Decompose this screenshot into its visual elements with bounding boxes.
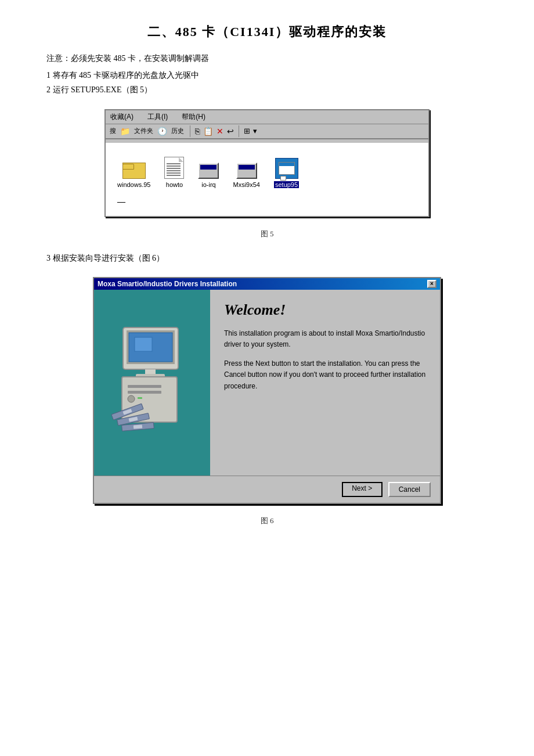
icon-windows95-label: windows.95 (117, 181, 150, 188)
mxsi-window-graphic (236, 163, 257, 179)
step1-text: 1 将存有 485 卡驱动程序的光盘放入光驱中 (46, 68, 488, 82)
svg-rect-10 (138, 397, 142, 399)
doc-corner (179, 157, 183, 162)
moxa-body: Welcome! This installation program is ab… (94, 290, 440, 476)
icon-io-irq[interactable]: io-irq (198, 163, 219, 188)
icon-io-irq-label: io-irq (201, 181, 215, 188)
doc-line2 (167, 165, 181, 167)
computer-illustration (106, 319, 199, 447)
step3-text: 3 根据安装向导进行安装（图 6） (46, 251, 488, 265)
icon-windows95[interactable]: windows.95 (117, 160, 150, 188)
svg-rect-7 (128, 385, 161, 388)
cancel-button[interactable]: Cancel (388, 482, 431, 497)
toolbar-view-icon[interactable]: ⊞ (244, 127, 250, 135)
statusbar-area: — (117, 197, 417, 207)
svg-point-9 (128, 395, 135, 402)
toolbar-history-icon: 🕐 (157, 127, 167, 136)
icon-mxsi-label: Mxsi9x54 (233, 181, 259, 188)
toolbar-undo-icon[interactable]: ↩ (227, 127, 234, 136)
page-title: 二、485 卡（CI134I）驱动程序的安装 (46, 23, 488, 41)
moxa-left-panel (94, 290, 210, 476)
toolbar-paste-icon[interactable]: 📋 (203, 127, 213, 136)
menu-favorites[interactable]: 收藏(A) (108, 111, 136, 123)
doc-line5 (167, 172, 181, 174)
setup-graphic (275, 158, 298, 179)
io-titlebar (200, 165, 217, 170)
setup-bar (279, 163, 294, 166)
doc-graphic (164, 157, 184, 179)
folder-graphic (122, 160, 146, 179)
explorer-toolbar: 搜 📁 文件夹 🕐 历史 ⎘ 📋 ✕ ↩ ⊞ ▾ (106, 124, 428, 139)
next-button[interactable]: Next > (342, 482, 383, 497)
mxsi-titlebar (239, 165, 255, 170)
toolbar-delete-icon[interactable]: ✕ (217, 127, 223, 136)
toolbar-history-label[interactable]: 历史 (169, 126, 186, 136)
explorer-content: windows.95 howto (106, 143, 428, 216)
moxa-footer: Next > Cancel (94, 476, 440, 503)
icon-setup95[interactable]: setup95 (274, 158, 299, 188)
toolbar-folder-icon: 📁 (120, 127, 130, 136)
svg-rect-3 (135, 337, 152, 351)
doc-lines (167, 163, 181, 176)
step2-text: 2 运行 SETUP95.EXE（图 5） (46, 82, 488, 97)
doc-line3 (167, 168, 181, 169)
welcome-body-text2: Press the Next button to start the insta… (224, 358, 426, 392)
menu-help[interactable]: 帮助(H) (179, 111, 208, 123)
toolbar-search[interactable]: 搜 (108, 126, 118, 136)
io-window-graphic (198, 163, 219, 179)
icon-howto[interactable]: howto (164, 157, 184, 188)
toolbar-copy-icon[interactable]: ⎘ (195, 127, 200, 136)
moxa-close-button[interactable]: × (427, 280, 436, 288)
doc-line4 (167, 170, 181, 171)
doc-line1 (167, 163, 181, 164)
icon-mxsi[interactable]: Mxsi9x54 (233, 163, 259, 188)
explorer-menubar: 收藏(A) 工具(I) 帮助(H) (106, 110, 428, 124)
toolbar-view-dropdown[interactable]: ▾ (253, 127, 257, 135)
moxa-title: Moxa Smartio/Industio Drivers Installati… (98, 280, 237, 288)
toolbar-separator2 (239, 125, 239, 137)
welcome-body-text1: This installation program is about to in… (224, 328, 426, 350)
menu-tools[interactable]: 工具(I) (145, 111, 170, 123)
moxa-right-panel: Welcome! This installation program is ab… (210, 290, 440, 476)
doc-line6 (167, 175, 181, 176)
toolbar-folder-label[interactable]: 文件夹 (132, 126, 155, 136)
moxa-titlebar: Moxa Smartio/Industio Drivers Installati… (94, 278, 440, 290)
figure5-caption: 图 5 (46, 229, 488, 239)
setup-paper (280, 176, 286, 181)
icon-setup95-label: setup95 (274, 181, 299, 188)
moxa-dialog: Moxa Smartio/Industio Drivers Installati… (93, 277, 441, 504)
icon-howto-label: howto (166, 181, 183, 188)
svg-rect-8 (128, 391, 161, 394)
note-text: 注意：必须先安装 485 卡，在安装调制解调器 (46, 51, 488, 66)
explorer-window: 收藏(A) 工具(I) 帮助(H) 搜 📁 文件夹 🕐 历史 ⎘ 📋 ✕ ↩ ⊞… (104, 109, 430, 217)
statusbar-dash: — (117, 197, 125, 206)
icons-row: windows.95 howto (117, 157, 417, 188)
welcome-title: Welcome! (224, 301, 426, 319)
figure6-caption: 图 6 (46, 516, 488, 526)
toolbar-separator (190, 125, 190, 137)
setup-inner (279, 162, 295, 175)
